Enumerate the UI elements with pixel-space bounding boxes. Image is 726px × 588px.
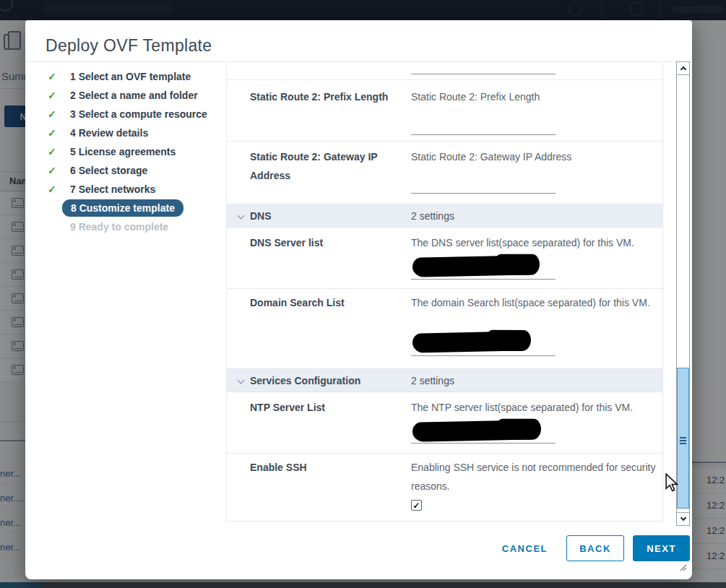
dialog-footer: CANCEL BACK NEXT bbox=[499, 535, 690, 561]
field-description: Enabling SSH service is not recommended … bbox=[411, 458, 660, 496]
field-description: The domain Search list(space separated) … bbox=[411, 293, 660, 312]
resize-handle-icon[interactable] bbox=[679, 563, 686, 571]
check-icon: ✓ bbox=[46, 127, 70, 139]
cancel-button[interactable]: CANCEL bbox=[499, 537, 550, 560]
wizard-step-3[interactable]: ✓3 Select a compute resource bbox=[46, 105, 229, 124]
check-icon: ✓ bbox=[46, 146, 70, 157]
wizard-steps: ✓1 Select an OVF template ✓2 Select a na… bbox=[46, 67, 229, 236]
scrollbar-grip-icon bbox=[680, 437, 686, 438]
form-row-static-route-prefix: Static Route 2: Prefix Length Static Rou… bbox=[227, 80, 662, 142]
domain-search-input[interactable] bbox=[411, 355, 556, 356]
field-label: Enable SSH bbox=[250, 458, 391, 477]
step-label: 7 Select networks bbox=[70, 183, 155, 195]
step-label: 1 Select an OVF template bbox=[70, 71, 191, 82]
section-settings-count: 2 settings bbox=[411, 210, 454, 222]
enable-ssh-checkbox[interactable]: ✓ bbox=[411, 500, 422, 511]
chevron-down-icon bbox=[238, 377, 245, 384]
form-row-ntp-server: NTP Server List The NTP server list(spac… bbox=[227, 392, 662, 454]
redacted-value bbox=[412, 331, 529, 353]
field-description: The DNS server list(space separated) for… bbox=[411, 233, 660, 252]
field-description: Static Route 2: Gateway IP Address bbox=[411, 147, 660, 166]
section-header-services[interactable]: Services Configuration 2 settings bbox=[227, 369, 662, 392]
form-row-domain-search: Domain Search List The domain Search lis… bbox=[227, 289, 662, 369]
field-label: Static Route 2: Gateway IP Address bbox=[250, 147, 391, 185]
check-icon: ✓ bbox=[46, 71, 70, 82]
redaction-scribble bbox=[496, 419, 541, 440]
mouse-cursor bbox=[665, 473, 678, 493]
form-row-dns-server: DNS Server list The DNS server list(spac… bbox=[227, 228, 662, 289]
form-row-static-route-gateway: Static Route 2: Gateway IP Address Stati… bbox=[227, 142, 662, 204]
check-icon: ✓ bbox=[46, 90, 70, 101]
section-settings-count: 2 settings bbox=[411, 375, 454, 386]
redaction-scribble bbox=[495, 254, 540, 275]
field-description: Static Route 2: Prefix Length bbox=[411, 87, 660, 106]
prefix-length-input[interactable] bbox=[411, 134, 556, 135]
field-label: Domain Search List bbox=[250, 293, 391, 312]
wizard-step-8-active[interactable]: 8 Customize template bbox=[62, 199, 183, 217]
field-label: DNS Server list bbox=[250, 233, 391, 252]
scrollbar-thumb[interactable] bbox=[677, 368, 689, 509]
chevron-down-icon bbox=[680, 515, 686, 521]
chevron-down-icon bbox=[238, 212, 245, 220]
step-label: 6 Select storage bbox=[70, 165, 147, 176]
screen: Summary N Name ner... ner.... ner... ner… bbox=[0, 0, 726, 588]
wizard-step-5[interactable]: ✓5 License agreements bbox=[46, 142, 229, 161]
section-title: Services Configuration bbox=[250, 375, 360, 386]
ntp-server-input[interactable] bbox=[411, 443, 556, 444]
section-header-dns[interactable]: DNS 2 settings bbox=[227, 204, 662, 228]
step-label: 2 Select a name and folder bbox=[70, 90, 198, 101]
scroll-down-button[interactable] bbox=[676, 512, 690, 526]
step-label: 8 Customize template bbox=[71, 202, 175, 214]
customize-template-form: Static Route 2: Prefix Length Static Rou… bbox=[226, 61, 663, 522]
form-scrollbar[interactable] bbox=[676, 61, 690, 526]
wizard-step-1[interactable]: ✓1 Select an OVF template bbox=[46, 67, 229, 86]
back-button[interactable]: BACK bbox=[566, 535, 624, 561]
redaction-scribble bbox=[486, 330, 531, 351]
wizard-step-4[interactable]: ✓4 Review details bbox=[46, 124, 229, 142]
dialog-title: Deploy OVF Template bbox=[46, 36, 212, 56]
scroll-up-button[interactable] bbox=[676, 61, 690, 75]
next-button[interactable]: NEXT bbox=[633, 535, 690, 561]
wizard-step-7[interactable]: ✓7 Select networks bbox=[46, 180, 229, 199]
step-label: 9 Ready to complete bbox=[70, 221, 168, 233]
field-label: Static Route 2: Prefix Length bbox=[250, 87, 391, 106]
wizard-step-2[interactable]: ✓2 Select a name and folder bbox=[46, 86, 229, 105]
text-input-underline[interactable] bbox=[411, 74, 556, 74]
deploy-ovf-dialog: Deploy OVF Template ✓1 Select an OVF tem… bbox=[25, 20, 692, 579]
chevron-up-icon bbox=[680, 66, 686, 72]
form-row-partial bbox=[227, 61, 662, 80]
field-label: NTP Server List bbox=[250, 398, 391, 417]
checkmark-icon: ✓ bbox=[412, 501, 420, 511]
check-icon: ✓ bbox=[46, 183, 70, 195]
step-label: 3 Select a compute resource bbox=[70, 108, 207, 120]
step-label: 5 License agreements bbox=[70, 146, 176, 157]
form-row-enable-ssh: Enable SSH Enabling SSH service is not r… bbox=[227, 454, 662, 522]
check-icon: ✓ bbox=[46, 165, 70, 176]
wizard-step-6[interactable]: ✓6 Select storage bbox=[46, 161, 229, 180]
section-title: DNS bbox=[250, 210, 272, 222]
check-icon: ✓ bbox=[46, 108, 70, 120]
step-label: 4 Review details bbox=[70, 127, 148, 139]
dns-server-input[interactable] bbox=[411, 279, 556, 280]
redacted-value bbox=[412, 420, 539, 442]
gateway-ip-input[interactable] bbox=[411, 193, 556, 194]
wizard-step-9: 9 Ready to complete bbox=[46, 217, 229, 236]
redacted-value bbox=[412, 255, 537, 277]
field-description: The NTP server list(space separated) for… bbox=[411, 398, 660, 417]
